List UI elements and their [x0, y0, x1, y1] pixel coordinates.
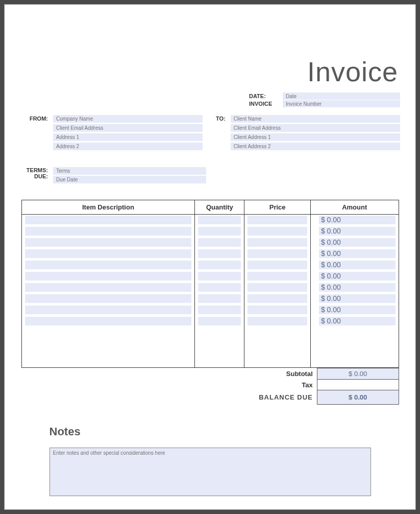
subtotal-value: $ 0.00	[317, 368, 399, 380]
header-amount: Amount	[310, 200, 399, 215]
table-row: $ 0.00	[21, 226, 399, 237]
terms-label: TERMS:	[25, 167, 48, 173]
table-row: $ 0.00	[21, 215, 399, 226]
item-quantity-field[interactable]	[198, 227, 241, 236]
item-description-field[interactable]	[25, 238, 192, 247]
item-amount: $ 0.00	[319, 261, 396, 269]
date-field[interactable]	[283, 92, 400, 100]
item-price-field[interactable]	[248, 261, 307, 269]
item-price-field[interactable]	[248, 306, 307, 314]
table-row: $ 0.00	[21, 293, 399, 305]
from-address2-field[interactable]	[53, 143, 203, 150]
item-amount: $ 0.00	[319, 249, 396, 258]
terms-field[interactable]	[53, 167, 206, 175]
to-block: TO:	[215, 115, 400, 152]
item-quantity-field[interactable]	[198, 238, 241, 247]
invoice-number-field[interactable]	[283, 100, 400, 107]
item-price-field[interactable]	[248, 272, 307, 281]
table-row: $ 0.00	[21, 316, 399, 327]
from-block: FROM:	[25, 115, 203, 152]
item-amount: $ 0.00	[319, 227, 396, 236]
items-table: Item Description Quantity Price Amount $…	[21, 200, 399, 368]
item-description-field[interactable]	[25, 249, 192, 258]
from-address1-field[interactable]	[53, 133, 203, 141]
item-price-field[interactable]	[248, 216, 307, 224]
item-amount: $ 0.00	[319, 283, 396, 292]
table-row: $ 0.00	[21, 260, 399, 271]
item-quantity-field[interactable]	[198, 306, 241, 314]
table-row: $ 0.00	[21, 271, 399, 282]
due-label: DUE:	[25, 173, 48, 179]
item-quantity-field[interactable]	[198, 272, 241, 281]
item-description-field[interactable]	[25, 294, 192, 303]
to-address1-field[interactable]	[231, 133, 400, 141]
item-price-field[interactable]	[248, 238, 307, 247]
item-quantity-field[interactable]	[198, 283, 241, 292]
item-quantity-field[interactable]	[198, 317, 241, 325]
table-row: $ 0.00	[21, 237, 399, 248]
item-amount: $ 0.00	[319, 306, 396, 314]
notes-field[interactable]	[50, 448, 371, 496]
item-description-field[interactable]	[25, 317, 192, 325]
header-quantity: Quantity	[195, 200, 244, 215]
item-price-field[interactable]	[248, 317, 307, 325]
invoice-number-label: INVOICE	[247, 101, 283, 107]
item-description-field[interactable]	[25, 283, 192, 292]
from-company-field[interactable]	[53, 115, 203, 123]
item-amount: $ 0.00	[319, 216, 396, 224]
totals-block: Subtotal $ 0.00 Tax BALANCE DUE $ 0.00	[21, 368, 399, 405]
subtotal-label: Subtotal	[236, 368, 317, 380]
item-description-field[interactable]	[25, 216, 192, 224]
item-description-field[interactable]	[25, 261, 192, 269]
item-quantity-field[interactable]	[198, 216, 241, 224]
item-amount: $ 0.00	[319, 294, 396, 303]
table-header-row: Item Description Quantity Price Amount	[21, 200, 399, 215]
table-row: $ 0.00	[21, 248, 399, 260]
table-row: $ 0.00	[21, 305, 399, 316]
from-label: FROM:	[25, 115, 53, 152]
item-price-field[interactable]	[248, 283, 307, 292]
table-row: $ 0.00	[21, 282, 399, 293]
to-label: TO:	[215, 115, 231, 152]
terms-block: TERMS: DUE:	[25, 167, 400, 184]
tax-value	[317, 380, 399, 390]
due-date-field[interactable]	[53, 176, 206, 183]
date-label: DATE:	[247, 93, 283, 99]
notes-title: Notes	[50, 425, 371, 438]
item-amount: $ 0.00	[319, 317, 396, 325]
item-quantity-field[interactable]	[198, 261, 241, 269]
parties: FROM: TO:	[20, 115, 400, 152]
to-address2-field[interactable]	[231, 143, 400, 150]
item-price-field[interactable]	[248, 249, 307, 258]
header-description: Item Description	[21, 200, 195, 215]
item-price-field[interactable]	[248, 294, 307, 303]
item-description-field[interactable]	[25, 272, 192, 281]
tax-label: Tax	[236, 380, 317, 390]
header-price: Price	[244, 200, 310, 215]
item-amount: $ 0.00	[319, 272, 396, 281]
invoice-page: Invoice DATE: INVOICE FROM: TO:	[4, 4, 416, 510]
item-amount: $ 0.00	[319, 238, 396, 247]
to-name-field[interactable]	[231, 115, 400, 123]
balance-due-label: BALANCE DUE	[236, 390, 317, 405]
item-description-field[interactable]	[25, 227, 192, 236]
notes-block: Notes	[50, 425, 371, 498]
invoice-meta: DATE: INVOICE	[20, 92, 400, 108]
item-price-field[interactable]	[248, 227, 307, 236]
item-description-field[interactable]	[25, 306, 192, 314]
table-filler-row	[21, 327, 399, 368]
from-email-field[interactable]	[53, 124, 203, 132]
to-email-field[interactable]	[231, 124, 400, 132]
item-quantity-field[interactable]	[198, 294, 241, 303]
page-title: Invoice	[20, 56, 400, 87]
item-quantity-field[interactable]	[198, 249, 241, 258]
balance-due-value: $ 0.00	[317, 390, 399, 405]
